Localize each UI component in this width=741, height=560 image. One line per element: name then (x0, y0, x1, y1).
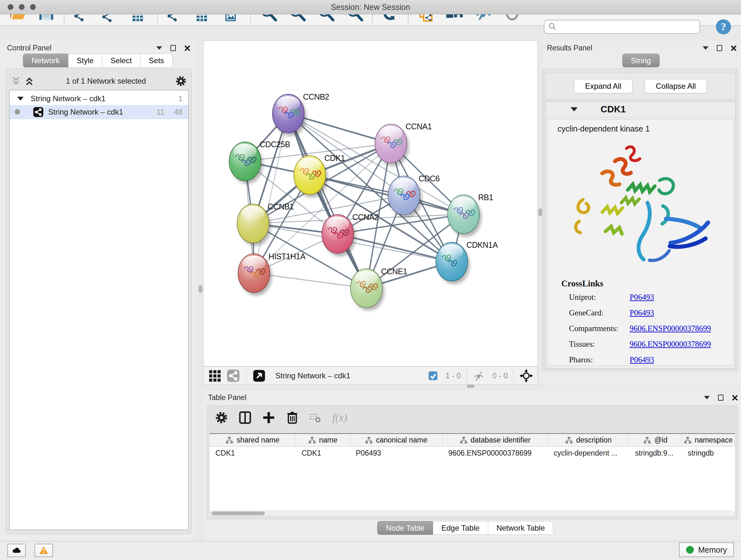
float-panel-icon[interactable] (171, 45, 176, 51)
node-label-CCNB2: CCNB2 (303, 92, 329, 101)
collection-label: String Network – cdk1 (30, 94, 106, 103)
table-row[interactable]: CDK1CDK1P064939606.ENSP00000378699cyclin… (210, 447, 735, 459)
crosslink-row: GeneCard:P06493 (569, 308, 729, 317)
warning-button[interactable] (35, 544, 53, 557)
table-cell[interactable]: stringdb:9... (629, 447, 682, 459)
network-node-CCNE1[interactable]: CCNE1 (350, 267, 407, 311)
memory-status-icon (686, 546, 694, 554)
control-panel: Control Panel NetworkStyleSelectSets 1 o… (0, 41, 197, 541)
gene-collapse-icon[interactable] (570, 107, 578, 111)
delete-table-icon (309, 410, 321, 425)
right-splitter[interactable] (538, 41, 542, 385)
network-collection-row[interactable]: String Network – cdk1 1 (10, 92, 188, 105)
column-header-database-identifier[interactable]: database identifier (443, 434, 548, 446)
column-header-canonical-name[interactable]: canonical name (350, 434, 443, 446)
gene-description: cyclin-dependent kinase 1 (557, 124, 733, 133)
expand-all-button[interactable]: Expand All (574, 79, 632, 93)
collapse-all-button[interactable]: Collapse All (645, 79, 707, 93)
close-results-icon[interactable] (731, 45, 737, 51)
close-table-icon[interactable] (732, 395, 738, 401)
collapse-results-icon[interactable] (703, 46, 709, 50)
table-cell[interactable]: CDK1 (210, 447, 296, 459)
tree-expand-icon[interactable] (17, 97, 23, 101)
network-row-selected[interactable]: String Network – cdk1 11 48 (10, 105, 188, 119)
collapse-panel-icon[interactable] (156, 46, 162, 50)
tab-node-table[interactable]: Node Table (377, 521, 433, 535)
node-label-CDK1: CDK1 (324, 153, 345, 163)
gear-icon[interactable] (175, 75, 187, 87)
network-view-icon[interactable] (226, 369, 240, 382)
add-column-icon[interactable] (261, 410, 276, 425)
table-cell[interactable]: cyclin-dependent ... (548, 447, 629, 459)
network-edge (254, 114, 288, 273)
tab-select[interactable]: Select (102, 54, 140, 67)
crosslink-link[interactable]: P06493 (630, 293, 654, 302)
edge-count: 48 (174, 108, 183, 117)
tab-network-table[interactable]: Network Table (488, 521, 554, 535)
node-label-CCNA1: CCNA1 (406, 122, 432, 131)
selected-checkbox-icon[interactable] (428, 371, 438, 381)
network-edge (288, 114, 367, 288)
show-columns-icon[interactable] (238, 410, 253, 425)
crosslink-link[interactable]: P06493 (630, 308, 654, 317)
network-node-CCNB1[interactable]: CCNB1 (237, 202, 294, 246)
network-node-CCNA1[interactable]: CCNA1 (375, 122, 432, 166)
network-node-CDKN1A[interactable]: CDKN1A (436, 240, 498, 285)
table-cell[interactable]: stringdb (682, 447, 735, 459)
collection-count: 1 (179, 94, 183, 103)
crosslink-link[interactable]: P06493 (630, 355, 654, 364)
table-gear-icon[interactable] (214, 410, 229, 425)
close-panel-icon[interactable] (184, 45, 190, 51)
column-header-namespace[interactable]: namespace (682, 434, 735, 446)
tab-style[interactable]: Style (68, 54, 102, 67)
float-table-icon[interactable] (718, 395, 724, 401)
node-label-HIST1H1A: HIST1H1A (269, 252, 306, 261)
birds-eye-toggle-icon[interactable] (520, 369, 533, 382)
search-input[interactable] (558, 22, 692, 31)
network-node-CDC25B[interactable]: CDC25B (229, 140, 290, 184)
column-header-description[interactable]: description (548, 434, 629, 446)
table-cell[interactable]: CDK1 (296, 447, 350, 459)
left-splitter[interactable] (197, 41, 203, 541)
crosslink-link[interactable]: 9606.ENSP00000378699 (630, 324, 711, 333)
crosslink-label: Tissues: (569, 340, 630, 349)
table-cell[interactable]: P06493 (350, 447, 443, 459)
crosslinks-title: CrossLinks (561, 279, 603, 289)
table-cell[interactable]: 9606.ENSP00000378699 (443, 447, 548, 459)
expand-all-icon[interactable] (24, 76, 35, 86)
search-box[interactable] (544, 20, 700, 34)
tab-string[interactable]: String (622, 54, 660, 67)
column-header-shared-name[interactable]: shared name (210, 434, 296, 446)
node-label-CCNA2: CCNA2 (352, 212, 379, 222)
network-node-HIST1H1A[interactable]: HIST1H1A (238, 252, 306, 296)
grid-view-icon[interactable] (208, 369, 221, 382)
network-node-RB1[interactable]: RB1 (448, 193, 493, 237)
node-label-CDC6: CDC6 (419, 174, 440, 183)
network-canvas[interactable]: CCNB2CCNA1CDC25BCDK1CDC6RB1CCNB1CCNA2CDK… (203, 41, 538, 367)
tab-network[interactable]: Network (23, 54, 68, 67)
collapse-table-icon[interactable] (704, 396, 710, 399)
crosslink-label: Uniprot: (569, 293, 630, 302)
table-horizontal-scrollbar[interactable] (210, 510, 735, 516)
collapse-all-icon[interactable] (10, 76, 21, 86)
column-header-@id[interactable]: @id (629, 434, 682, 446)
cloud-button[interactable] (7, 544, 26, 557)
node-label-CCNE1: CCNE1 (381, 267, 407, 276)
control-panel-title: Control Panel (7, 44, 51, 52)
column-header-name[interactable]: name (296, 434, 350, 446)
scrollbar-thumb[interactable] (211, 511, 265, 515)
network-node-CCNB2[interactable]: CCNB2 (273, 92, 329, 136)
memory-button[interactable]: Memory (679, 543, 734, 557)
tab-edge-table[interactable]: Edge Table (433, 521, 488, 535)
help-button[interactable]: ? (715, 18, 732, 36)
bottom-splitter[interactable] (203, 385, 741, 391)
node-table[interactable]: shared namenamecanonical namedatabase id… (210, 433, 735, 516)
window-title: Session: New Session (0, 0, 741, 14)
crosslink-link[interactable]: 9606.ENSP00000378699 (630, 340, 711, 349)
float-results-icon[interactable] (717, 45, 722, 51)
detach-view-icon[interactable] (253, 369, 266, 382)
tab-sets[interactable]: Sets (140, 54, 173, 67)
delete-column-icon[interactable] (285, 410, 300, 425)
table-toolbar: f(x) (207, 406, 738, 425)
selection-count: 1 - 0 (446, 371, 461, 380)
